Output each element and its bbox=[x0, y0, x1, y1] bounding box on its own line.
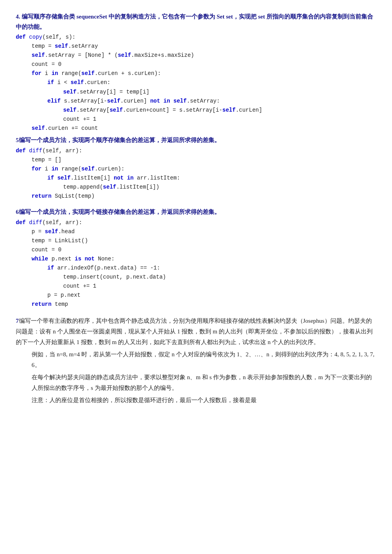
code-line: if self.listItem[i] not in arr.listItem: bbox=[16, 174, 376, 183]
code-line: temp.insert(count, p.next.data) bbox=[16, 273, 376, 282]
code-line: if arr.indexOf(p.next.data) == -1: bbox=[16, 264, 376, 273]
code-line: count += 1 bbox=[16, 115, 376, 124]
code-line: count = 0 bbox=[16, 245, 376, 255]
code-line: self.setArray = [None] * (self.maxSize+s… bbox=[16, 51, 376, 60]
code-line: self.setArray[i] = temp[i] bbox=[16, 88, 376, 97]
section-4-code: def copy(self, s): temp = self.setArray … bbox=[16, 33, 376, 133]
section-5-code: def diff(self, arr): temp = [] for i in … bbox=[16, 146, 376, 201]
code-line: def diff(self, arr): bbox=[16, 146, 376, 155]
section-7-para3: 在每个解决约瑟夫问题的静态成员方法中，要求以整型对象 n、m 和 s 作为参数，… bbox=[16, 372, 376, 393]
code-line: for i in range(self.curLen): bbox=[16, 165, 376, 174]
section-7-para2: 例如，当 n=8, m=4 时，若从第一个人开始报数，假定 n 个人对应的编号依… bbox=[16, 349, 376, 371]
code-line: temp = self.setArray bbox=[16, 42, 376, 51]
section-4: 4. 编写顺序存储集合类 sequenceSet 中的复制构造方法，它包含有一个… bbox=[16, 12, 376, 133]
code-line: elif s.setArray[i-self.curLen] not in se… bbox=[16, 97, 376, 106]
section-6-code: def diff(self, arr): p = self.head temp … bbox=[16, 218, 376, 309]
code-line: def diff(self, arr): bbox=[16, 218, 376, 227]
code-line: while p.next is not None: bbox=[16, 255, 376, 264]
section-4-title: 4. 编写顺序存储集合类 sequenceSet 中的复制构造方法，它包含有一个… bbox=[16, 12, 376, 32]
code-line: p = p.next bbox=[16, 291, 376, 300]
code-line: return temp bbox=[16, 300, 376, 309]
section-6-title: 6编写一个成员方法，实现两个链接存储集合的差运算，并返回所求得的差集。 bbox=[16, 207, 376, 217]
code-line: temp = [] bbox=[16, 155, 376, 165]
code-line: self.setArray[self.curLen+count] = s.set… bbox=[16, 106, 376, 115]
code-line: self.curLen += count bbox=[16, 124, 376, 133]
code-line: count = 0 bbox=[16, 60, 376, 69]
code-line: temp.append(self.listItem[i]) bbox=[16, 183, 376, 192]
section-7: 7编写一个带有主函数的程序，其中包含两个静态成员方法，分别为使用顺序和链接存储的… bbox=[16, 316, 376, 406]
code-line: def copy(self, s): bbox=[16, 33, 376, 42]
section-5-title: 5编写一个成员方法，实现两个顺序存储集合的差运算，并返回所求得的差集。 bbox=[16, 135, 376, 146]
section-7-para1: 7编写一个带有主函数的程序，其中包含两个静态成员方法，分别为使用顺序和链接存储的… bbox=[16, 316, 376, 348]
section-7-para4: 注意：人的座位是首位相接的，所以报数是循环进行的，最后一个人报数后，接着是最 bbox=[16, 395, 376, 406]
code-line: p = self.head bbox=[16, 227, 376, 236]
page-content: 4. 编写顺序存储集合类 sequenceSet 中的复制构造方法，它包含有一个… bbox=[16, 12, 376, 406]
code-line: return SqList(temp) bbox=[16, 192, 376, 201]
code-line: for i in range(self.curLen + s.curLen): bbox=[16, 69, 376, 78]
code-line: if i < self.curLen: bbox=[16, 78, 376, 87]
section-6: 6编写一个成员方法，实现两个链接存储集合的差运算，并返回所求得的差集。 def … bbox=[16, 207, 376, 309]
code-line: count += 1 bbox=[16, 282, 376, 291]
section-4-num: 4. bbox=[16, 13, 20, 20]
code-line: temp = LinkList() bbox=[16, 236, 376, 245]
section-5: 5编写一个成员方法，实现两个顺序存储集合的差运算，并返回所求得的差集。 def … bbox=[16, 135, 376, 201]
